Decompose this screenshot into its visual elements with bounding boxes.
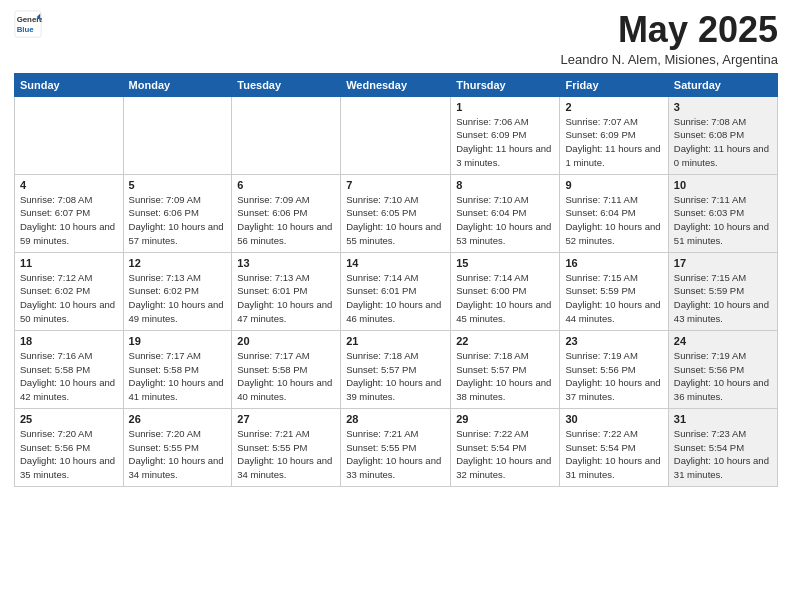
day-info: Sunrise: 7:22 AM Sunset: 5:54 PM Dayligh… [565, 427, 662, 482]
day-info: Sunrise: 7:09 AM Sunset: 6:06 PM Dayligh… [237, 193, 335, 248]
day-number: 22 [456, 335, 554, 347]
day-number: 11 [20, 257, 118, 269]
day-info: Sunrise: 7:21 AM Sunset: 5:55 PM Dayligh… [237, 427, 335, 482]
day-number: 28 [346, 413, 445, 425]
day-number: 19 [129, 335, 227, 347]
table-row: 6Sunrise: 7:09 AM Sunset: 6:06 PM Daylig… [232, 174, 341, 252]
table-row: 2Sunrise: 7:07 AM Sunset: 6:09 PM Daylig… [560, 96, 668, 174]
col-thursday: Thursday [451, 73, 560, 96]
day-info: Sunrise: 7:19 AM Sunset: 5:56 PM Dayligh… [674, 349, 772, 404]
day-number: 30 [565, 413, 662, 425]
page: General Blue May 2025 Leandro N. Alem, M… [0, 0, 792, 612]
logo-icon: General Blue [14, 10, 42, 38]
day-info: Sunrise: 7:20 AM Sunset: 5:55 PM Dayligh… [129, 427, 227, 482]
day-info: Sunrise: 7:06 AM Sunset: 6:09 PM Dayligh… [456, 115, 554, 170]
calendar-table: Sunday Monday Tuesday Wednesday Thursday… [14, 73, 778, 487]
table-row: 10Sunrise: 7:11 AM Sunset: 6:03 PM Dayli… [668, 174, 777, 252]
table-row: 27Sunrise: 7:21 AM Sunset: 5:55 PM Dayli… [232, 408, 341, 486]
day-number: 24 [674, 335, 772, 347]
table-row: 28Sunrise: 7:21 AM Sunset: 5:55 PM Dayli… [341, 408, 451, 486]
table-row: 13Sunrise: 7:13 AM Sunset: 6:01 PM Dayli… [232, 252, 341, 330]
day-number: 21 [346, 335, 445, 347]
logo: General Blue [14, 10, 44, 38]
day-info: Sunrise: 7:10 AM Sunset: 6:04 PM Dayligh… [456, 193, 554, 248]
table-row: 17Sunrise: 7:15 AM Sunset: 5:59 PM Dayli… [668, 252, 777, 330]
table-row [15, 96, 124, 174]
col-tuesday: Tuesday [232, 73, 341, 96]
col-saturday: Saturday [668, 73, 777, 96]
week-row-2: 4Sunrise: 7:08 AM Sunset: 6:07 PM Daylig… [15, 174, 778, 252]
day-info: Sunrise: 7:23 AM Sunset: 5:54 PM Dayligh… [674, 427, 772, 482]
day-number: 10 [674, 179, 772, 191]
day-number: 26 [129, 413, 227, 425]
table-row [123, 96, 232, 174]
day-number: 31 [674, 413, 772, 425]
table-row: 4Sunrise: 7:08 AM Sunset: 6:07 PM Daylig… [15, 174, 124, 252]
day-info: Sunrise: 7:12 AM Sunset: 6:02 PM Dayligh… [20, 271, 118, 326]
day-info: Sunrise: 7:11 AM Sunset: 6:04 PM Dayligh… [565, 193, 662, 248]
day-info: Sunrise: 7:19 AM Sunset: 5:56 PM Dayligh… [565, 349, 662, 404]
table-row [232, 96, 341, 174]
day-info: Sunrise: 7:15 AM Sunset: 5:59 PM Dayligh… [674, 271, 772, 326]
table-row: 21Sunrise: 7:18 AM Sunset: 5:57 PM Dayli… [341, 330, 451, 408]
day-number: 29 [456, 413, 554, 425]
day-number: 18 [20, 335, 118, 347]
day-info: Sunrise: 7:13 AM Sunset: 6:01 PM Dayligh… [237, 271, 335, 326]
svg-text:Blue: Blue [17, 25, 35, 34]
day-info: Sunrise: 7:16 AM Sunset: 5:58 PM Dayligh… [20, 349, 118, 404]
week-row-5: 25Sunrise: 7:20 AM Sunset: 5:56 PM Dayli… [15, 408, 778, 486]
day-number: 25 [20, 413, 118, 425]
day-info: Sunrise: 7:08 AM Sunset: 6:08 PM Dayligh… [674, 115, 772, 170]
table-row: 11Sunrise: 7:12 AM Sunset: 6:02 PM Dayli… [15, 252, 124, 330]
day-info: Sunrise: 7:14 AM Sunset: 6:01 PM Dayligh… [346, 271, 445, 326]
table-row: 29Sunrise: 7:22 AM Sunset: 5:54 PM Dayli… [451, 408, 560, 486]
day-info: Sunrise: 7:18 AM Sunset: 5:57 PM Dayligh… [456, 349, 554, 404]
table-row: 25Sunrise: 7:20 AM Sunset: 5:56 PM Dayli… [15, 408, 124, 486]
table-row: 5Sunrise: 7:09 AM Sunset: 6:06 PM Daylig… [123, 174, 232, 252]
week-row-1: 1Sunrise: 7:06 AM Sunset: 6:09 PM Daylig… [15, 96, 778, 174]
subtitle: Leandro N. Alem, Misiones, Argentina [560, 52, 778, 67]
day-number: 2 [565, 101, 662, 113]
table-row: 15Sunrise: 7:14 AM Sunset: 6:00 PM Dayli… [451, 252, 560, 330]
table-row: 14Sunrise: 7:14 AM Sunset: 6:01 PM Dayli… [341, 252, 451, 330]
col-monday: Monday [123, 73, 232, 96]
day-number: 3 [674, 101, 772, 113]
day-number: 17 [674, 257, 772, 269]
day-number: 8 [456, 179, 554, 191]
day-number: 13 [237, 257, 335, 269]
day-number: 7 [346, 179, 445, 191]
day-number: 20 [237, 335, 335, 347]
day-info: Sunrise: 7:09 AM Sunset: 6:06 PM Dayligh… [129, 193, 227, 248]
day-number: 14 [346, 257, 445, 269]
day-number: 6 [237, 179, 335, 191]
day-info: Sunrise: 7:14 AM Sunset: 6:00 PM Dayligh… [456, 271, 554, 326]
col-wednesday: Wednesday [341, 73, 451, 96]
day-info: Sunrise: 7:21 AM Sunset: 5:55 PM Dayligh… [346, 427, 445, 482]
day-number: 5 [129, 179, 227, 191]
day-info: Sunrise: 7:08 AM Sunset: 6:07 PM Dayligh… [20, 193, 118, 248]
header-row: Sunday Monday Tuesday Wednesday Thursday… [15, 73, 778, 96]
day-info: Sunrise: 7:17 AM Sunset: 5:58 PM Dayligh… [237, 349, 335, 404]
day-info: Sunrise: 7:17 AM Sunset: 5:58 PM Dayligh… [129, 349, 227, 404]
table-row: 18Sunrise: 7:16 AM Sunset: 5:58 PM Dayli… [15, 330, 124, 408]
col-friday: Friday [560, 73, 668, 96]
table-row: 7Sunrise: 7:10 AM Sunset: 6:05 PM Daylig… [341, 174, 451, 252]
day-info: Sunrise: 7:15 AM Sunset: 5:59 PM Dayligh… [565, 271, 662, 326]
table-row: 16Sunrise: 7:15 AM Sunset: 5:59 PM Dayli… [560, 252, 668, 330]
day-number: 23 [565, 335, 662, 347]
day-number: 4 [20, 179, 118, 191]
header: General Blue May 2025 Leandro N. Alem, M… [14, 10, 778, 67]
table-row: 30Sunrise: 7:22 AM Sunset: 5:54 PM Dayli… [560, 408, 668, 486]
table-row: 12Sunrise: 7:13 AM Sunset: 6:02 PM Dayli… [123, 252, 232, 330]
day-number: 15 [456, 257, 554, 269]
day-number: 1 [456, 101, 554, 113]
table-row: 24Sunrise: 7:19 AM Sunset: 5:56 PM Dayli… [668, 330, 777, 408]
day-info: Sunrise: 7:20 AM Sunset: 5:56 PM Dayligh… [20, 427, 118, 482]
day-info: Sunrise: 7:07 AM Sunset: 6:09 PM Dayligh… [565, 115, 662, 170]
month-title: May 2025 [560, 10, 778, 50]
day-info: Sunrise: 7:13 AM Sunset: 6:02 PM Dayligh… [129, 271, 227, 326]
day-info: Sunrise: 7:22 AM Sunset: 5:54 PM Dayligh… [456, 427, 554, 482]
table-row: 9Sunrise: 7:11 AM Sunset: 6:04 PM Daylig… [560, 174, 668, 252]
col-sunday: Sunday [15, 73, 124, 96]
day-info: Sunrise: 7:11 AM Sunset: 6:03 PM Dayligh… [674, 193, 772, 248]
